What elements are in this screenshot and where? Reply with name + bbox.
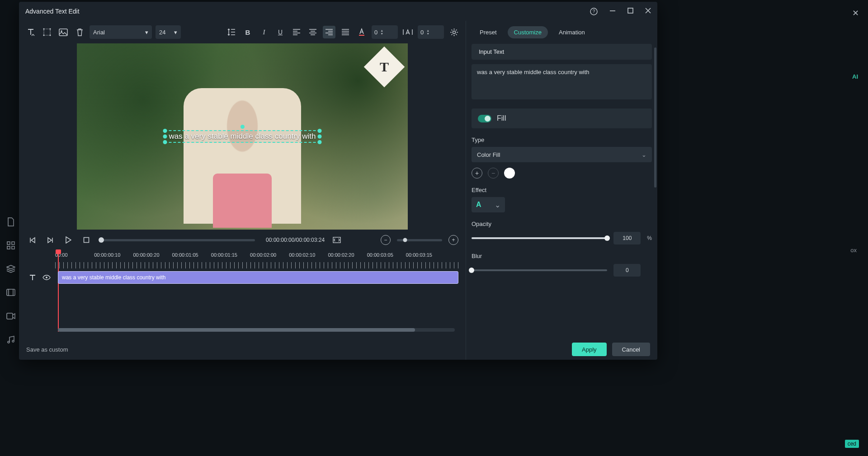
text-color-icon[interactable] — [355, 26, 368, 38]
effect-select[interactable]: A ⌄ — [472, 197, 505, 212]
close-icon[interactable] — [645, 8, 651, 15]
opacity-slider[interactable] — [472, 237, 607, 239]
svg-rect-9 — [628, 8, 633, 13]
resize-handle[interactable] — [318, 140, 322, 144]
clip-label: was a very stable middle class country w… — [62, 274, 165, 281]
italic-icon[interactable]: I — [258, 26, 270, 38]
char-spacing-input[interactable]: 0 ▲▼ — [372, 25, 398, 39]
ruler-label: 00:00:00:20 — [133, 252, 159, 258]
settings-gear-icon[interactable] — [448, 26, 460, 38]
font-size-select[interactable]: 24 ▾ — [156, 25, 181, 39]
resize-handle[interactable] — [318, 129, 322, 133]
input-text-area[interactable]: was a very stable middle class country w… — [472, 64, 652, 99]
play-icon[interactable] — [62, 234, 74, 246]
save-as-custom-link[interactable]: Save as custom — [26, 346, 68, 353]
film-icon[interactable] — [6, 287, 16, 297]
image-tool-icon[interactable] — [57, 26, 70, 38]
prev-frame-icon[interactable] — [26, 234, 38, 246]
blur-slider[interactable] — [472, 269, 607, 271]
zoom-slider[interactable] — [397, 239, 442, 241]
next-frame-icon[interactable] — [44, 234, 56, 246]
step-down-icon[interactable]: ▼ — [380, 32, 383, 35]
zoom-in-icon[interactable]: + — [448, 235, 458, 245]
right-panel-tabs: Preset Customize Animation — [466, 21, 657, 44]
resize-handle[interactable] — [163, 140, 167, 144]
svg-rect-5 — [7, 313, 13, 319]
line-height-icon[interactable] — [225, 26, 238, 38]
char-spacing-value: 0 — [374, 29, 377, 36]
slider-knob[interactable] — [469, 268, 474, 273]
line-spacing-value: 0 — [420, 29, 424, 36]
fit-screen-icon[interactable] — [331, 234, 343, 246]
text-overlay-box[interactable]: was a very stable middle class country w… — [164, 130, 320, 143]
app-close-icon[interactable]: ✕ — [852, 8, 859, 18]
font-size-value: 24 — [159, 29, 165, 36]
selection-tool-icon[interactable] — [41, 26, 53, 38]
svg-text:?: ? — [593, 9, 595, 14]
svg-rect-10 — [44, 29, 50, 35]
align-left-icon[interactable] — [290, 26, 303, 38]
letter-spacing-icon[interactable] — [401, 26, 414, 38]
stop-icon[interactable] — [80, 234, 92, 246]
text-tool-icon[interactable] — [24, 26, 37, 38]
zoom-knob[interactable] — [403, 238, 407, 242]
timeline: 00:0000:00:00:1000:00:00:2000:00:01:0500… — [24, 250, 461, 341]
timeline-ruler[interactable]: 00:0000:00:00:1000:00:00:2000:00:01:0500… — [55, 250, 461, 268]
resize-handle[interactable] — [163, 129, 167, 133]
blur-value[interactable]: 0 — [613, 264, 641, 277]
step-up-icon[interactable]: ▲ — [380, 29, 383, 32]
timeline-scrollbar[interactable] — [58, 328, 455, 332]
remove-color-icon[interactable]: − — [488, 168, 499, 179]
svg-point-11 — [43, 28, 45, 30]
font-family-select[interactable]: Arial ▾ — [90, 25, 152, 39]
align-right-icon[interactable] — [323, 26, 335, 38]
text-track-icon[interactable] — [29, 274, 36, 281]
svg-rect-2 — [7, 246, 10, 249]
overlay-text: was a very stable middle class country w… — [169, 132, 316, 141]
visibility-icon[interactable] — [42, 275, 51, 280]
text-clip[interactable]: was a very stable middle class country w… — [58, 271, 458, 284]
cancel-button[interactable]: Cancel — [612, 343, 650, 356]
tab-animation[interactable]: Animation — [552, 26, 591, 38]
ruler-label: 00:00:03:05 — [367, 252, 393, 258]
music-icon[interactable] — [6, 334, 16, 344]
opacity-value[interactable]: 100 — [613, 232, 641, 244]
grid-icon[interactable] — [6, 240, 16, 250]
video-preview[interactable]: T was a very stable middle class country… — [77, 43, 408, 230]
opacity-unit: % — [647, 235, 652, 241]
camera-icon[interactable] — [6, 311, 16, 321]
fill-type-select[interactable]: Color Fill ⌄ — [472, 147, 652, 162]
scrub-slider[interactable] — [101, 239, 255, 241]
slider-knob[interactable] — [604, 235, 610, 241]
tab-customize[interactable]: Customize — [508, 26, 548, 38]
minimize-icon[interactable] — [609, 8, 616, 15]
add-color-icon[interactable]: + — [472, 168, 482, 179]
align-justify-icon[interactable] — [339, 26, 352, 38]
align-center-icon[interactable] — [307, 26, 319, 38]
step-down-icon[interactable]: ▼ — [426, 32, 429, 35]
scrollbar-thumb[interactable] — [58, 328, 415, 332]
rotate-handle[interactable] — [241, 125, 245, 129]
tab-preset[interactable]: Preset — [473, 26, 503, 38]
dialog-titlebar: Advanced Text Edit ? — [19, 2, 657, 21]
scrub-knob[interactable] — [99, 237, 104, 243]
fill-toggle[interactable] — [478, 115, 491, 122]
apply-button[interactable]: Apply — [572, 343, 607, 356]
resize-handle[interactable] — [163, 135, 167, 139]
color-swatch[interactable] — [504, 168, 515, 179]
effect-label: Effect — [472, 187, 652, 193]
resize-handle[interactable] — [318, 135, 322, 139]
playhead[interactable] — [58, 250, 59, 332]
maximize-icon[interactable] — [627, 8, 633, 15]
help-icon[interactable]: ? — [590, 8, 598, 15]
delete-icon[interactable] — [73, 26, 86, 38]
page-icon[interactable] — [6, 217, 16, 227]
bg-ox-text: ox — [850, 247, 857, 254]
underline-icon[interactable]: U — [274, 26, 287, 38]
step-up-icon[interactable]: ▲ — [426, 29, 429, 32]
bold-icon[interactable]: B — [241, 26, 254, 38]
zoom-out-icon[interactable]: − — [381, 235, 391, 245]
panel-scrollbar[interactable] — [654, 47, 656, 188]
layers-icon[interactable] — [6, 264, 16, 274]
line-spacing-input[interactable]: 0 ▲▼ — [418, 25, 444, 39]
